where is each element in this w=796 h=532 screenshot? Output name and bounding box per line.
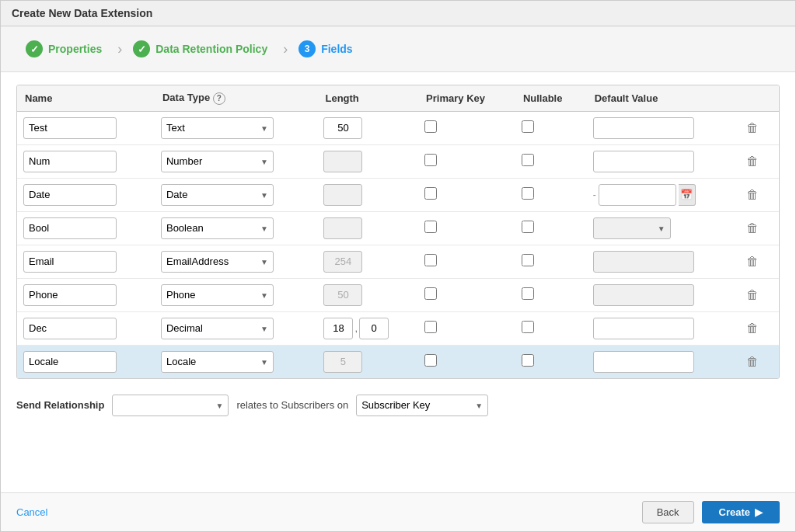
- nullable-checkbox-num[interactable]: [522, 154, 534, 166]
- delete-btn-test[interactable]: 🗑: [742, 120, 763, 137]
- type-select-wrapper-phone: TextNumberDateBooleanEmailAddressPhoneDe…: [161, 284, 274, 306]
- table-row: TextNumberDateBooleanEmailAddressPhoneDe…: [17, 311, 779, 345]
- delete-btn-locale[interactable]: 🗑: [742, 353, 763, 370]
- nullable-checkbox-email[interactable]: [522, 254, 534, 266]
- subscriber-key-select[interactable]: Subscriber Key: [356, 395, 488, 416]
- delete-btn-date[interactable]: 🗑: [742, 186, 763, 203]
- name-input-dec[interactable]: [23, 318, 117, 339]
- name-input-date[interactable]: [23, 184, 117, 206]
- nullable-checkbox-date[interactable]: [522, 187, 534, 200]
- type-select-wrapper-locale: TextNumberDateBooleanEmailAddressPhoneDe…: [161, 351, 274, 373]
- step-arrow-1: ›: [117, 41, 122, 57]
- step-retention-label: Data Retention Policy: [155, 43, 267, 55]
- name-input-locale[interactable]: [23, 351, 117, 373]
- name-input-test[interactable]: [23, 117, 117, 139]
- step-arrow-2: ›: [283, 41, 288, 57]
- name-input-num[interactable]: [23, 151, 117, 172]
- type-select-dec[interactable]: TextNumberDateBooleanEmailAddressPhoneDe…: [161, 318, 274, 339]
- primarykey-checkbox-date[interactable]: [424, 187, 437, 200]
- step-fields[interactable]: 3 Fields: [289, 36, 366, 62]
- type-select-wrapper-test: TextNumberDateBooleanEmailAddressPhoneDe…: [161, 117, 274, 139]
- create-label: Create: [719, 506, 750, 518]
- step-retention[interactable]: ✓ Data Retention Policy: [124, 36, 281, 62]
- delete-btn-email[interactable]: 🗑: [742, 253, 763, 270]
- type-select-phone[interactable]: TextNumberDateBooleanEmailAddressPhoneDe…: [161, 284, 274, 306]
- length2-input-dec[interactable]: [359, 318, 389, 339]
- table-row: TextNumberDateBooleanEmailAddressPhoneDe…: [17, 111, 779, 144]
- length-input-test[interactable]: [323, 117, 362, 139]
- rel-field-select[interactable]: [112, 395, 229, 416]
- type-select-num[interactable]: TextNumberDateBooleanEmailAddressPhoneDe…: [161, 151, 274, 172]
- date-dash: -: [593, 190, 596, 200]
- nullable-checkbox-test[interactable]: [522, 120, 534, 133]
- type-select-wrapper-date: TextNumberDateBooleanEmailAddressPhoneDe…: [161, 184, 274, 206]
- primarykey-checkbox-bool[interactable]: [424, 221, 437, 233]
- type-select-date[interactable]: TextNumberDateBooleanEmailAddressPhoneDe…: [161, 184, 274, 206]
- delete-btn-dec[interactable]: 🗑: [742, 320, 763, 337]
- send-relationship-row: Send Relationship ▼ relates to Subscribe…: [16, 390, 780, 421]
- default-input-test[interactable]: [593, 117, 694, 139]
- col-nullable: Nullable: [515, 85, 587, 111]
- bool-default-select[interactable]: TrueFalse: [593, 217, 671, 239]
- length-input-date: [323, 184, 362, 206]
- name-input-phone[interactable]: [23, 284, 117, 306]
- delete-btn-phone[interactable]: 🗑: [742, 287, 763, 304]
- primarykey-checkbox-email[interactable]: [424, 254, 437, 266]
- main-content: Name Data Type ? Length Primary Key Null…: [1, 72, 795, 492]
- col-name: Name: [17, 85, 155, 111]
- nullable-checkbox-dec[interactable]: [522, 321, 534, 333]
- step-properties-label: Properties: [48, 43, 102, 55]
- name-input-email[interactable]: [23, 251, 117, 273]
- col-datatype: Data Type ?: [155, 85, 318, 111]
- type-select-wrapper-dec: TextNumberDateBooleanEmailAddressPhoneDe…: [161, 318, 274, 339]
- primarykey-checkbox-dec[interactable]: [424, 321, 437, 333]
- date-default-wrapper: - 📅: [593, 184, 731, 206]
- create-arrow-icon: ▶: [755, 506, 763, 518]
- table-row: TextNumberDateBooleanEmailAddressPhoneDe…: [17, 178, 779, 211]
- step-properties[interactable]: ✓ Properties: [16, 36, 116, 62]
- footer: Cancel Back Create ▶: [1, 492, 795, 531]
- default-input-dec[interactable]: [593, 318, 694, 339]
- nullable-checkbox-locale[interactable]: [522, 354, 534, 367]
- cancel-button[interactable]: Cancel: [16, 506, 47, 518]
- datatype-help-icon[interactable]: ?: [213, 92, 225, 105]
- col-length: Length: [317, 85, 418, 111]
- date-default-input[interactable]: [599, 184, 676, 206]
- calendar-icon[interactable]: 📅: [679, 184, 696, 206]
- primarykey-checkbox-locale[interactable]: [424, 354, 437, 367]
- nullable-checkbox-bool[interactable]: [522, 221, 534, 233]
- primarykey-checkbox-num[interactable]: [424, 154, 437, 166]
- delete-btn-bool[interactable]: 🗑: [742, 220, 763, 237]
- type-select-bool[interactable]: TextNumberDateBooleanEmailAddressPhoneDe…: [161, 217, 274, 239]
- length-input-dec[interactable]: [323, 318, 353, 339]
- col-defaultvalue: Default Value: [587, 85, 737, 111]
- type-select-locale[interactable]: TextNumberDateBooleanEmailAddressPhoneDe…: [161, 351, 274, 373]
- wizard-steps: ✓ Properties › ✓ Data Retention Policy ›…: [1, 26, 795, 72]
- delete-btn-num[interactable]: 🗑: [742, 153, 763, 170]
- subscriber-key-select-wrapper: Subscriber Key ▼: [356, 395, 488, 416]
- create-button[interactable]: Create ▶: [702, 501, 780, 523]
- type-select-email[interactable]: TextNumberDateBooleanEmailAddressPhoneDe…: [161, 251, 274, 273]
- length-input-email: [323, 251, 362, 273]
- col-primarykey: Primary Key: [418, 85, 515, 111]
- length-input-bool: [323, 217, 362, 239]
- step-fields-num-icon: 3: [298, 40, 316, 57]
- fields-table-container: Name Data Type ? Length Primary Key Null…: [16, 85, 780, 379]
- type-select-test[interactable]: TextNumberDateBooleanEmailAddressPhoneDe…: [161, 117, 274, 139]
- table-row: TextNumberDateBooleanEmailAddressPhoneDe…: [17, 211, 779, 245]
- type-select-wrapper-bool: TextNumberDateBooleanEmailAddressPhoneDe…: [161, 217, 274, 239]
- decimal-separator: ,: [354, 322, 358, 334]
- nullable-checkbox-phone[interactable]: [522, 287, 534, 300]
- primarykey-checkbox-test[interactable]: [424, 120, 437, 133]
- length-input-num: [323, 151, 362, 172]
- type-select-wrapper-num: TextNumberDateBooleanEmailAddressPhoneDe…: [161, 151, 274, 172]
- default-input-locale[interactable]: [593, 351, 694, 373]
- table-row: TextNumberDateBooleanEmailAddressPhoneDe…: [17, 345, 779, 378]
- back-button[interactable]: Back: [642, 501, 694, 523]
- bool-default-select-wrapper: TrueFalse ▼: [593, 217, 671, 239]
- step-fields-label: Fields: [321, 43, 352, 55]
- primarykey-checkbox-phone[interactable]: [424, 287, 437, 300]
- table-row: TextNumberDateBooleanEmailAddressPhoneDe…: [17, 278, 779, 311]
- default-input-num[interactable]: [593, 151, 694, 172]
- name-input-bool[interactable]: [23, 217, 117, 239]
